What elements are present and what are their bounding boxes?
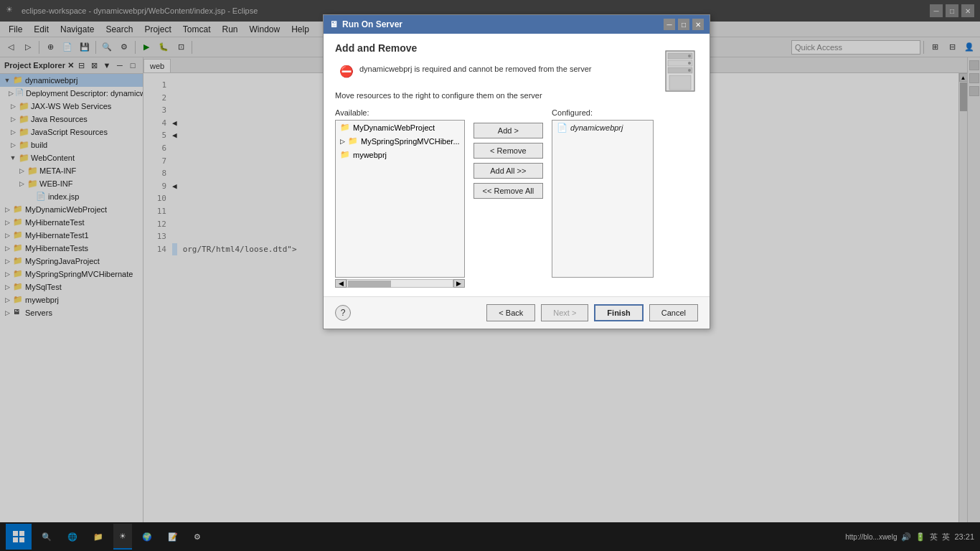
dialog-info-text: Move resources to the right to configure… — [335, 91, 654, 100]
dialog-title-bar: 🖥 Run On Server ─ □ ✕ — [324, 15, 710, 34]
add-all-button[interactable]: Add All >> — [473, 163, 544, 179]
dialog-section-title: Add and Remove — [335, 42, 654, 54]
scroll-track — [347, 279, 453, 288]
run-on-server-dialog: 🖥 Run On Server ─ □ ✕ Add and Remove — [323, 14, 710, 329]
available-list[interactable]: 📁 MyDynamicWebProject ▷ 📁 MySpringSpring… — [335, 120, 465, 278]
available-item-mywebprj[interactable]: 📁 mywebprj — [336, 148, 464, 161]
dialog-maximize-btn[interactable]: □ — [678, 19, 689, 30]
error-icon: ⛔ — [339, 65, 354, 78]
scroll-thumb — [348, 281, 391, 288]
add-button[interactable]: Add > — [473, 123, 544, 138]
transfer-buttons: Add > < Remove Add All >> << Remove All — [471, 108, 547, 199]
configured-list[interactable]: 📄 dynamicwebprj — [552, 120, 654, 278]
panels-container: Available: 📁 MyDynamicWebProject ▷ 📁 — [335, 108, 654, 288]
configured-label: Configured: — [552, 108, 654, 117]
available-label: Available: — [335, 108, 465, 117]
finish-button[interactable]: Finish — [594, 304, 643, 321]
dialog-title-label: Run On Server — [342, 19, 402, 29]
dialog-overlay: 🖥 Run On Server ─ □ ✕ Add and Remove — [0, 0, 980, 551]
remove-button[interactable]: < Remove — [473, 143, 544, 159]
eclipse-window: ☀ eclipse-workspace - dynamicwebprj/WebC… — [0, 0, 980, 551]
available-item-myspring[interactable]: ▷ 📁 MySpringSpringMVCHiber... — [336, 134, 464, 148]
item-label: dynamicwebprj — [570, 123, 623, 132]
available-item-mydynamic[interactable]: 📁 MyDynamicWebProject — [336, 121, 464, 134]
svg-point-10 — [688, 69, 691, 72]
server-graphic — [662, 50, 698, 95]
configured-item-dynamicwebprj[interactable]: 📄 dynamicwebprj — [552, 121, 653, 135]
dialog-error-row: ⛔ dynamicwebprj is required and cannot b… — [335, 60, 654, 83]
item-label: MySpringSpringMVCHiber... — [361, 137, 460, 146]
scroll-left-btn[interactable]: ◀ — [335, 279, 347, 288]
item-label: MyDynamicWebProject — [353, 123, 435, 132]
svg-point-8 — [688, 55, 691, 57]
dialog-body: Add and Remove ⛔ dynamicwebprj is requir… — [324, 34, 710, 296]
back-button[interactable]: < Back — [486, 304, 535, 321]
dialog-minimize-btn[interactable]: ─ — [664, 19, 675, 30]
item-expand-arrow: ▷ — [340, 138, 345, 145]
h-scroll[interactable]: ◀ ▶ — [335, 279, 465, 288]
footer-left: ? — [335, 305, 351, 321]
dialog-footer: ? < Back Next > Finish Cancel — [324, 296, 710, 329]
dialog-controls: ─ □ ✕ — [664, 19, 704, 30]
remove-all-button[interactable]: << Remove All — [473, 183, 544, 199]
item-icon: 📁 — [340, 123, 350, 132]
item-icon: 📁 — [340, 150, 350, 159]
item-icon: 📄 — [557, 123, 567, 133]
dialog-title-icon: 🖥 — [329, 19, 338, 29]
item-label: mywebprj — [353, 151, 387, 159]
dialog-close-btn[interactable]: ✕ — [692, 19, 704, 30]
server-illustration — [662, 50, 698, 93]
configured-panel: Configured: 📄 dynamicwebprj — [552, 108, 654, 278]
dialog-title: 🖥 Run On Server — [329, 19, 402, 29]
scroll-right-btn[interactable]: ▶ — [453, 279, 465, 288]
svg-point-9 — [688, 62, 691, 65]
svg-rect-11 — [669, 75, 691, 90]
next-button[interactable]: Next > — [541, 304, 588, 321]
cancel-button[interactable]: Cancel — [649, 304, 698, 321]
item-icon: 📁 — [348, 136, 358, 146]
footer-right: < Back Next > Finish Cancel — [486, 304, 698, 321]
help-button[interactable]: ? — [335, 305, 351, 321]
available-panel: Available: 📁 MyDynamicWebProject ▷ 📁 — [335, 108, 465, 288]
error-message: dynamicwebprj is required and cannot be … — [359, 64, 591, 75]
